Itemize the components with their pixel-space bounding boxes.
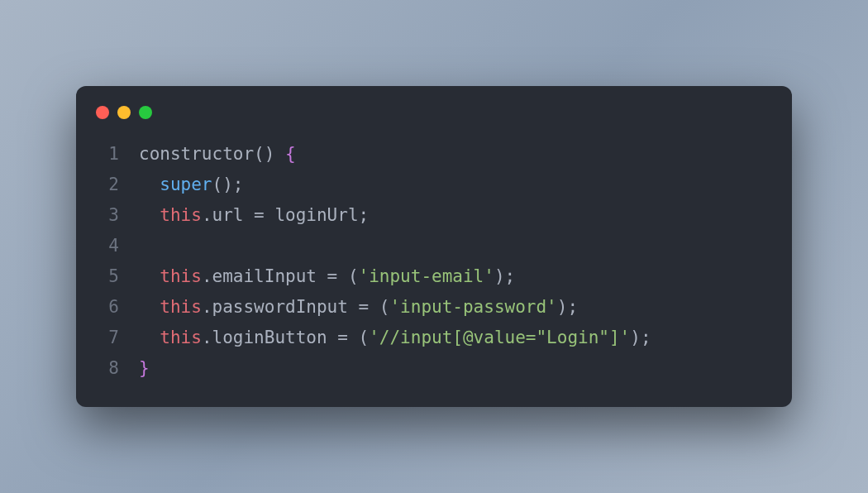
line-number: 1 <box>96 139 119 170</box>
code-line: 8} <box>96 353 772 384</box>
code-token: .passwordInput = ( <box>202 297 390 317</box>
code-line: 7 this.loginButton = ('//input[@value="L… <box>96 323 772 353</box>
code-window: 1constructor() {2 super();3 this.url = l… <box>76 86 792 407</box>
line-content: } <box>139 353 150 384</box>
line-number: 5 <box>96 261 119 292</box>
code-token: constructor <box>139 144 254 164</box>
code-token: .url = loginUrl; <box>202 205 369 225</box>
code-line: 4 <box>96 231 772 261</box>
code-line: 5 this.emailInput = ('input-email'); <box>96 261 772 292</box>
maximize-icon[interactable] <box>139 106 152 119</box>
code-token: '//input[@value="Login"]' <box>369 328 630 347</box>
code-token: ); <box>630 328 651 347</box>
code-line: 6 this.passwordInput = ('input-password'… <box>96 292 772 323</box>
code-token <box>139 175 160 194</box>
line-content: this.url = loginUrl; <box>139 200 369 231</box>
line-content: this.passwordInput = ('input-password'); <box>139 292 578 323</box>
line-number: 3 <box>96 200 119 231</box>
minimize-icon[interactable] <box>117 106 131 119</box>
window-controls <box>76 106 792 139</box>
code-token: { <box>285 144 296 164</box>
code-token: this <box>160 297 202 317</box>
code-line: 2 super(); <box>96 170 772 200</box>
line-content: this.emailInput = ('input-email'); <box>139 261 515 292</box>
code-token: this <box>160 328 202 347</box>
line-number: 2 <box>96 170 119 200</box>
code-token: () <box>254 144 285 164</box>
code-token: ); <box>494 266 515 286</box>
code-token: 'input-email' <box>359 266 494 286</box>
code-token: super <box>160 175 212 194</box>
close-icon[interactable] <box>96 106 109 119</box>
line-number: 7 <box>96 323 119 353</box>
line-content: constructor() { <box>139 139 296 170</box>
line-number: 6 <box>96 292 119 323</box>
line-content: super(); <box>139 170 243 200</box>
code-token: } <box>139 358 150 378</box>
code-token <box>139 328 160 347</box>
code-token: (); <box>212 175 244 194</box>
code-token <box>139 266 160 286</box>
code-token: 'input-password' <box>389 297 556 317</box>
code-token <box>139 297 160 317</box>
code-token <box>139 205 160 225</box>
code-token: ); <box>557 297 578 317</box>
code-line: 1constructor() { <box>96 139 772 170</box>
code-token: .loginButton = ( <box>202 328 369 347</box>
code-token: this <box>160 205 202 225</box>
code-line: 3 this.url = loginUrl; <box>96 200 772 231</box>
code-token: .emailInput = ( <box>202 266 359 286</box>
line-content: this.loginButton = ('//input[@value="Log… <box>139 323 651 353</box>
line-number: 8 <box>96 353 119 384</box>
code-token: this <box>160 266 202 286</box>
code-content: 1constructor() {2 super();3 this.url = l… <box>76 139 792 384</box>
line-number: 4 <box>96 231 119 261</box>
